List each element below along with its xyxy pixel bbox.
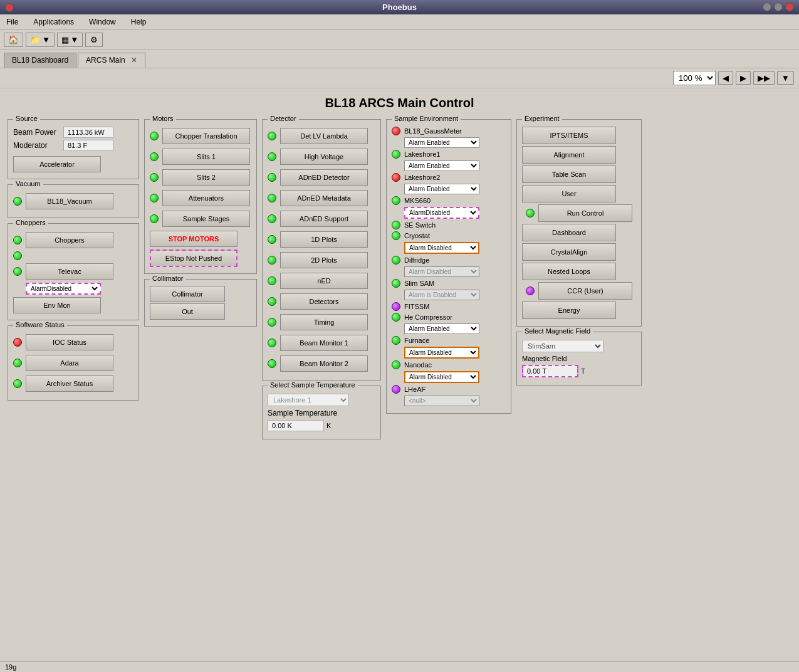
accelerator-button[interactable]: Accelerator xyxy=(13,156,101,172)
chopper-translation-button[interactable]: Chopper Translation xyxy=(162,128,250,144)
crystal-align-button[interactable]: CrystalAlign xyxy=(522,243,616,261)
settings-button[interactable]: ⚙ xyxy=(85,33,103,47)
collimator-button[interactable]: Collimator xyxy=(150,286,225,302)
lakeshore2-alarm-select[interactable]: Alarm Enabled xyxy=(404,184,479,194)
folder-button[interactable]: 📁 ▼ xyxy=(26,33,55,47)
nested-loops-button[interactable]: Nested Loops xyxy=(522,263,616,280)
zoom-next-btn[interactable]: ▶▶ xyxy=(753,71,775,85)
stop-motors-button[interactable]: STOP MOTORS xyxy=(150,231,238,247)
televac-alarm-select[interactable]: AlarmDisabled xyxy=(26,283,101,295)
menu-applications[interactable]: Applications xyxy=(31,16,76,28)
1d-plots-button[interactable]: 1D Plots xyxy=(280,231,368,248)
zoom-back-btn[interactable]: ◀ xyxy=(718,71,733,85)
experiment-label: Experiment xyxy=(522,115,562,122)
archiver-button[interactable]: Archiver Status xyxy=(26,375,113,392)
tab-arcs-main[interactable]: ARCS Main ✕ xyxy=(78,53,145,68)
se-switch: SE Switch xyxy=(392,221,506,229)
win-close-btn[interactable] xyxy=(5,3,14,12)
2d-plots-button[interactable]: 2D Plots xyxy=(280,252,368,268)
timing-button[interactable]: Timing xyxy=(280,314,368,330)
adara-button[interactable]: Adara xyxy=(26,355,113,371)
he-compressor-alarm-select[interactable]: Alarm Enabled xyxy=(404,323,479,334)
mks660-led xyxy=(392,196,400,205)
close-btn[interactable] xyxy=(785,3,794,11)
furnace-row: Furnace xyxy=(392,336,506,345)
zoom-forward-btn[interactable]: ▶ xyxy=(736,71,751,85)
sample-stages-button[interactable]: Sample Stages xyxy=(162,211,250,227)
high-voltage-button[interactable]: High Voltage xyxy=(280,149,368,165)
envmon-button[interactable]: Env Mon xyxy=(13,297,101,313)
vacuum-button[interactable]: BL18_Vacuum xyxy=(26,193,113,209)
run-control-led xyxy=(526,209,535,218)
menu-window[interactable]: Window xyxy=(86,16,118,28)
beam-monitor-2-button[interactable]: Beam Monitor 2 xyxy=(280,355,368,372)
toolbar: 🏠 📁 ▼ ▦ ▼ ⚙ xyxy=(0,30,799,50)
televac-button[interactable]: Televac xyxy=(26,263,113,280)
lakeshore1-led xyxy=(392,150,400,159)
furnace-alarm-select[interactable]: Alarm Disabled xyxy=(404,347,479,359)
lakeshore1-alarm-select[interactable]: Alarm Enabled xyxy=(404,160,479,171)
tab-bl18-label: BL18 Dashboard xyxy=(12,56,68,65)
se-switch-led xyxy=(392,221,400,229)
nanodac-name: Nanodac xyxy=(404,361,432,369)
maximize-btn[interactable] xyxy=(774,3,783,11)
slim-sam-alarm-row: Alarm is Enabled xyxy=(404,290,506,300)
adned-support-button[interactable]: ADnED Support xyxy=(280,211,368,227)
menu-file[interactable]: File xyxy=(4,16,21,28)
slits1-button[interactable]: Slits 1 xyxy=(162,149,250,165)
zoom-menu-btn[interactable]: ▼ xyxy=(777,71,794,85)
slits1-led xyxy=(150,152,159,161)
gaussmeter-alarm-select[interactable]: Alarm Enabled xyxy=(404,137,479,148)
adned-detector-button[interactable]: ADnED Detector xyxy=(280,169,368,186)
temp-select-row: Lakeshore 1 xyxy=(268,394,375,406)
adned-meta-row: ADnED Metadata xyxy=(268,189,375,207)
out-button[interactable]: Out xyxy=(150,303,225,320)
attenuators-button[interactable]: Attenuators xyxy=(162,190,250,206)
slits2-led xyxy=(150,173,159,182)
run-control-button[interactable]: Run Control xyxy=(538,204,632,222)
estop-button[interactable]: EStop Not Pushed xyxy=(150,249,238,267)
adned-sup-led xyxy=(268,214,276,223)
mks660-alarm-select[interactable]: AlarmDisabled xyxy=(404,207,479,219)
ccr-row: CCR (User) xyxy=(522,282,636,300)
menu-help[interactable]: Help xyxy=(128,16,149,28)
ccr-button[interactable]: CCR (User) xyxy=(538,282,632,300)
se-lakeshore2: Lakeshore2 Alarm Enabled xyxy=(392,173,506,194)
adned-metadata-button[interactable]: ADnED Metadata xyxy=(280,190,368,206)
sample-env-group: Sample Environment BL18_GaussMeter Alarm… xyxy=(386,119,511,414)
user-button[interactable]: User xyxy=(522,185,616,202)
dashboard-button[interactable]: Dashboard xyxy=(522,224,616,241)
cryostat-alarm-select[interactable]: Alarm Disabled xyxy=(404,242,479,254)
mag-field-select[interactable]: SlimSam xyxy=(522,340,603,352)
home-button[interactable]: 🏠 xyxy=(4,33,23,47)
lheaf-alarm-select[interactable]: <null> xyxy=(404,396,479,406)
minimize-btn[interactable] xyxy=(763,3,771,11)
layout-button[interactable]: ▦ ▼ xyxy=(57,33,83,47)
televac-led xyxy=(13,267,22,276)
ioc-button[interactable]: IOC Status xyxy=(26,334,113,350)
ned-button[interactable]: nED xyxy=(280,273,368,289)
stop-motors-row: STOP MOTORS xyxy=(150,231,251,247)
dilfridge-alarm-select[interactable]: Alarm Disabled xyxy=(404,266,479,277)
accelerator-row: Accelerator xyxy=(13,156,133,172)
choppers-button[interactable]: Choppers xyxy=(26,232,113,248)
temp-select[interactable]: Lakeshore 1 xyxy=(268,394,349,406)
alignment-button[interactable]: Alignment xyxy=(522,146,616,164)
tab-bl18-dashboard[interactable]: BL18 Dashboard xyxy=(4,53,76,68)
slim-sam-alarm-select[interactable]: Alarm is Enabled xyxy=(404,290,479,300)
table-scan-button[interactable]: Table Scan xyxy=(522,165,616,183)
nanodac-alarm-select[interactable]: Alarm Disabled xyxy=(404,371,479,383)
tab-close-icon[interactable]: ✕ xyxy=(131,56,137,65)
temp-value-row: 0.00 K K xyxy=(268,420,375,431)
envmon-row: Env Mon xyxy=(13,297,133,313)
det-lv-button[interactable]: Det LV Lambda xyxy=(280,128,368,144)
zoom-select[interactable]: 100 % xyxy=(673,71,716,85)
fitssm-row: FITSSM xyxy=(392,302,506,311)
det-lv-led xyxy=(268,132,276,140)
energy-button[interactable]: Energy xyxy=(522,302,616,319)
ipts-items-button[interactable]: IPTS/ITEMS xyxy=(522,127,616,144)
beam-monitor-1-button[interactable]: Beam Monitor 1 xyxy=(280,335,368,351)
mag-field-value[interactable]: 0.00 T xyxy=(522,365,578,377)
slits2-button[interactable]: Slits 2 xyxy=(162,169,250,186)
detectors-button[interactable]: Detectors xyxy=(280,293,368,310)
